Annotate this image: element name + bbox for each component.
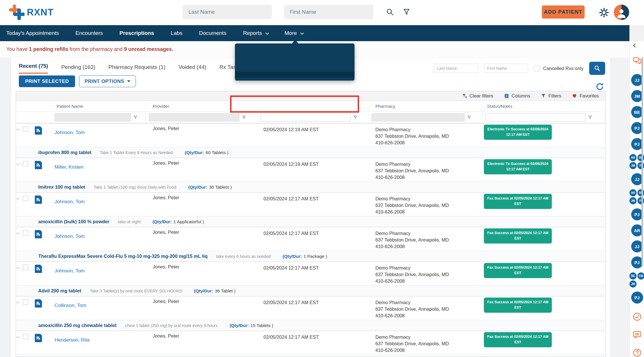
column-header-pharmacy[interactable]: Pharmacy: [369, 101, 483, 111]
drug-name: amoxicillin 250 mg chewable tablet: [38, 323, 116, 328]
patient-name-link[interactable]: Johnson, Tom: [55, 199, 85, 204]
column-header-controls: [16, 101, 52, 111]
reports-menu-item[interactable]: [235, 46, 355, 53]
rx-document-icon[interactable]: ℞: [35, 299, 42, 308]
nav-item-documents[interactable]: Documents: [199, 30, 226, 36]
refresh-icon[interactable]: [595, 82, 604, 91]
column-header-patient[interactable]: Patient Name: [52, 101, 146, 111]
nav-item-prescriptions[interactable]: Prescriptions: [119, 30, 154, 36]
patient-name-link[interactable]: Collinson, Tom: [55, 303, 86, 308]
filter-search-button[interactable]: [589, 62, 605, 75]
funnel-icon[interactable]: [353, 115, 357, 119]
user-avatar[interactable]: [614, 5, 629, 20]
filter-cell-status: [483, 112, 605, 123]
row-expand-chevron-icon[interactable]: [16, 196, 19, 200]
avatar-pj[interactable]: PJ: [631, 292, 643, 304]
patient-name-link[interactable]: Johnson, Tom: [55, 130, 85, 135]
reports-menu-item[interactable]: [235, 65, 355, 71]
gear-icon[interactable]: [599, 7, 609, 18]
patient-name-link[interactable]: Miller, Kristen: [55, 164, 84, 170]
row-expand-chevron-icon[interactable]: [16, 266, 19, 269]
columns-button[interactable]: Columns: [504, 93, 530, 99]
message-lines-icon[interactable]: [632, 330, 642, 340]
row-checkbox[interactable]: [23, 299, 28, 305]
funnel-icon[interactable]: [467, 115, 471, 119]
cancelled-rxs-checkbox[interactable]: [534, 65, 540, 71]
nav-item-more[interactable]: More: [285, 30, 303, 36]
nav-item-reports[interactable]: Reports: [243, 30, 268, 36]
row-expand-chevron-icon[interactable]: [16, 127, 19, 130]
check-circle-icon[interactable]: [632, 312, 642, 322]
funnel-icon[interactable]: [588, 115, 592, 119]
rx-document-icon[interactable]: ℞: [35, 334, 42, 342]
search-icon[interactable]: [386, 8, 394, 16]
chat-bubbles-icon[interactable]: [632, 56, 642, 66]
pharmacy-address: 637 Tebbston Drive, Annapolis, MD: [375, 167, 483, 174]
reports-menu-item[interactable]: [235, 71, 355, 78]
filter-icon[interactable]: [402, 8, 410, 16]
patient-filter-input[interactable]: [55, 113, 131, 121]
row-checkbox[interactable]: [23, 161, 28, 166]
tab-pending-162-[interactable]: Pending (162): [61, 64, 95, 74]
collapse-sidebar-chevron-icon[interactable]: [633, 43, 637, 47]
patient-name-link[interactable]: Johnson, Tom: [55, 234, 85, 239]
tab-voided-44-[interactable]: Voided (44): [178, 64, 206, 74]
tab-pharmacy-requests-1-[interactable]: Pharmacy Requests (1): [108, 64, 166, 74]
scrollbar-thumb[interactable]: [641, 57, 643, 266]
print-options-button[interactable]: PRINT OPTIONS: [79, 75, 136, 87]
status-filter-input[interactable]: [486, 113, 586, 121]
print-selected-button[interactable]: PRINT SELECTED: [19, 75, 75, 87]
filters-button[interactable]: Filters: [541, 93, 561, 99]
drug-sig: Take 3 Tablet(s) by oral route EVERY SIX…: [90, 289, 182, 293]
rx-document-icon[interactable]: ℞: [35, 265, 42, 273]
avatar-cluster[interactable]: BECBJM: [629, 272, 644, 288]
patient-name-link[interactable]: Henderson, Rita: [55, 337, 90, 343]
pharmacy-info: Demo Pharmacy 637 Tebbston Drive, Annapo…: [369, 296, 483, 320]
reports-menu-item[interactable]: [235, 59, 355, 65]
clear-filters-button[interactable]: Clear filters: [462, 93, 493, 99]
filter-last-name-input[interactable]: [434, 64, 478, 73]
tab-recent-75-[interactable]: Recent (75): [19, 63, 48, 74]
column-header-date[interactable]: [257, 101, 369, 111]
row-controls: ℞: [16, 262, 52, 285]
row-checkbox[interactable]: [23, 334, 28, 339]
row-expand-chevron-icon[interactable]: [16, 231, 19, 234]
row-expand-chevron-icon[interactable]: [16, 162, 19, 165]
pharmacy-filter-input[interactable]: [371, 113, 465, 121]
row-checkbox[interactable]: [23, 126, 28, 132]
status-badge: Fax Success at 02/05/2024 12:17 AM EST: [484, 194, 552, 209]
row-expand-chevron-icon[interactable]: [16, 300, 19, 303]
global-first-name-input[interactable]: [284, 5, 373, 19]
help-circle-icon[interactable]: [632, 348, 642, 357]
date-filter-input[interactable]: [260, 113, 351, 121]
row-checkbox[interactable]: [23, 196, 28, 201]
row-checkbox[interactable]: [23, 265, 28, 270]
rxnt-logo: RXNT: [9, 5, 54, 20]
nav-item-labs[interactable]: Labs: [171, 30, 182, 36]
table-row: ℞ Johnson, Tom Jones, Peter 02/05/2024 1…: [16, 262, 605, 285]
rx-document-icon[interactable]: ℞: [35, 230, 42, 238]
pharmacy-phone: 410-626-2008: [375, 312, 483, 319]
rx-document-icon[interactable]: ℞: [35, 196, 42, 204]
nav-item-today-s-appointments[interactable]: Today's Appointments: [6, 30, 59, 36]
pharmacy-phone: 410-626-2008: [375, 243, 483, 250]
rx-document-icon[interactable]: ℞: [35, 126, 42, 135]
drug-detail-row: amoxicillin 250 mg chewable tablet chew …: [16, 320, 605, 331]
global-last-name-input[interactable]: [183, 5, 272, 19]
funnel-icon[interactable]: [133, 115, 138, 119]
row-expand-chevron-icon[interactable]: [16, 335, 19, 338]
provider-filter-input[interactable]: [149, 113, 240, 121]
add-patient-button[interactable]: ADD PATIENT: [542, 5, 585, 19]
rx-document-icon[interactable]: ℞: [35, 161, 42, 169]
funnel-icon[interactable]: [242, 115, 246, 119]
quick-filters: Cancelled Rxs only: [434, 62, 605, 75]
reports-menu-item[interactable]: [235, 53, 355, 59]
column-header-provider[interactable]: Provider: [146, 101, 257, 111]
nav-item-encounters[interactable]: Encounters: [75, 30, 103, 36]
favorites-button[interactable]: Favorites: [572, 93, 599, 99]
patient-name-link[interactable]: Johnson, Tom: [55, 268, 85, 274]
drug-detail-row: Imitrex 100 mg tablet Take 1 Tablet (100…: [16, 182, 605, 192]
column-header-status[interactable]: Status/Notes: [483, 101, 605, 111]
filter-first-name-input[interactable]: [484, 64, 528, 73]
row-checkbox[interactable]: [23, 230, 28, 236]
